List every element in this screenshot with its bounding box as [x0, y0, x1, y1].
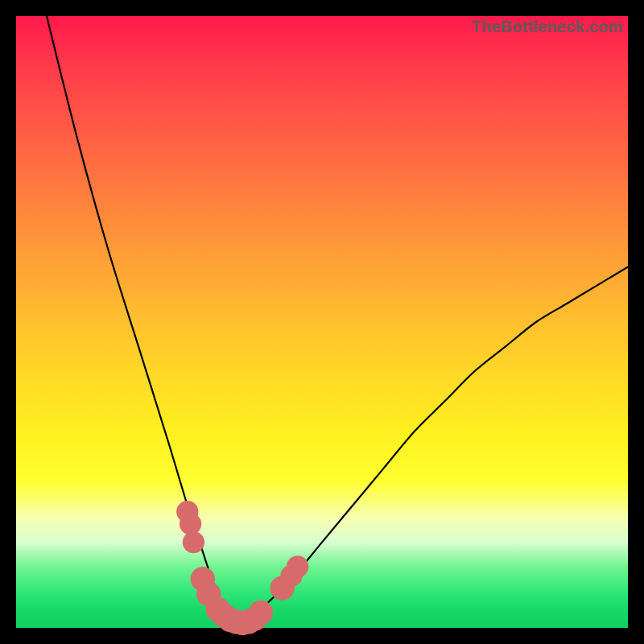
- watermark-text: TheBottleneck.com: [472, 18, 623, 36]
- markers-group: [176, 501, 308, 635]
- marker-3: [183, 531, 204, 553]
- chart-frame: TheBottleneck.com: [0, 0, 644, 644]
- marker-13: [249, 601, 273, 625]
- marker-16: [287, 555, 308, 577]
- chart-overlay: [16, 16, 628, 628]
- bottleneck-curve: [47, 16, 628, 625]
- marker-2: [180, 513, 201, 535]
